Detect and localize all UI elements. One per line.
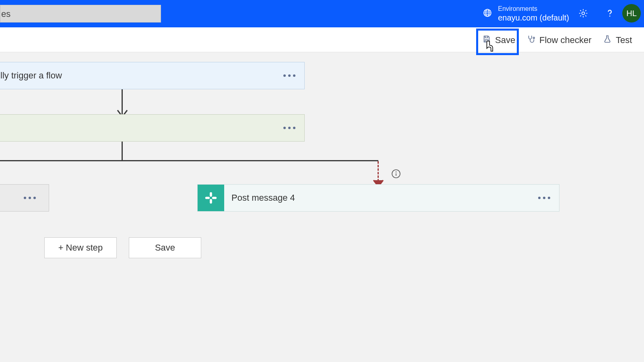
branch-node-left[interactable] [0, 184, 49, 212]
post-message-node-menu[interactable] [538, 185, 550, 211]
action-node[interactable] [0, 114, 305, 142]
info-icon[interactable] [391, 169, 401, 179]
failure-connector [378, 161, 379, 181]
svg-point-3 [609, 16, 611, 17]
svg-rect-10 [212, 197, 217, 199]
environment-label: Environments [498, 5, 569, 13]
svg-point-6 [396, 171, 396, 172]
globe-icon [483, 8, 492, 19]
search-input[interactable]: es [0, 5, 161, 23]
canvas-save-button[interactable]: Save [129, 237, 201, 258]
save-icon [482, 35, 491, 46]
connector-line [122, 142, 123, 160]
slack-icon [198, 185, 224, 211]
page-toolbar: Save Flow checker Test [0, 27, 644, 52]
app-header: es Environments enayu.com (default) HL [0, 0, 644, 27]
test-button-label: Test [616, 35, 632, 45]
connector-line [0, 160, 378, 161]
svg-rect-8 [210, 199, 212, 204]
gear-icon[interactable] [577, 7, 589, 19]
stethoscope-icon [526, 35, 535, 46]
post-message-node[interactable]: Post message 4 [197, 184, 559, 212]
trigger-node[interactable]: lly trigger a flow [0, 62, 305, 89]
svg-point-4 [533, 37, 535, 39]
svg-rect-7 [210, 192, 212, 197]
flow-checker-label: Flow checker [539, 35, 592, 45]
save-button-label: Save [495, 35, 515, 45]
trigger-node-menu[interactable] [283, 62, 295, 89]
branch-node-left-menu[interactable] [24, 185, 36, 211]
trigger-node-label: lly trigger a flow [0, 62, 62, 89]
action-node-menu[interactable] [283, 115, 295, 141]
new-step-button[interactable]: + New step [44, 237, 117, 258]
environment-picker[interactable]: Environments enayu.com (default) [483, 2, 569, 25]
svg-rect-9 [205, 197, 210, 199]
post-message-node-label: Post message 4 [231, 193, 295, 203]
svg-point-2 [582, 12, 585, 15]
avatar[interactable]: HL [622, 4, 641, 23]
environment-text: Environments enayu.com (default) [498, 5, 569, 23]
flow-checker-button[interactable]: Flow checker [523, 32, 595, 48]
save-button[interactable]: Save [479, 32, 518, 48]
help-icon[interactable] [604, 7, 616, 19]
environment-name: enayu.com (default) [498, 13, 569, 23]
test-button[interactable]: Test [600, 32, 635, 48]
flow-canvas[interactable]: lly trigger a flow [0, 52, 644, 362]
flask-icon [603, 35, 612, 46]
